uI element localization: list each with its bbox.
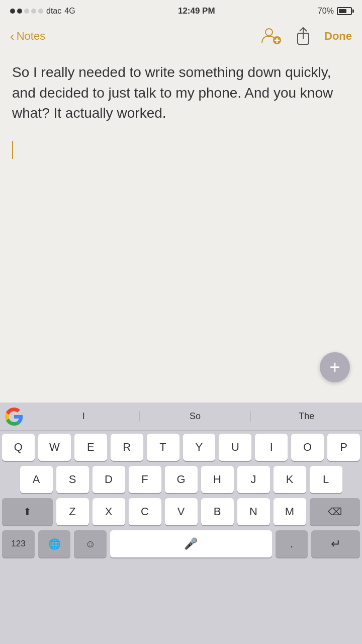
key-b[interactable]: B: [201, 498, 234, 525]
back-button[interactable]: ‹ Notes: [10, 30, 45, 43]
key-k[interactable]: K: [274, 466, 306, 493]
keyboard: I So The Q W E R T Y U I O P A S D F G H…: [0, 403, 362, 644]
key-z[interactable]: Z: [56, 498, 89, 525]
signal-dot-1: [10, 9, 15, 14]
status-bar: dtac 4G 12:49 PM 70%: [0, 0, 362, 20]
nav-actions: Done: [260, 25, 352, 47]
key-v[interactable]: V: [165, 498, 198, 525]
smiley-icon: ☺: [85, 538, 95, 550]
return-key[interactable]: ↵: [311, 530, 360, 557]
battery-icon: [337, 7, 352, 15]
status-left: dtac 4G: [10, 7, 75, 16]
period-key[interactable]: .: [276, 530, 308, 557]
note-text: So I really needed to write something do…: [12, 62, 350, 124]
pred-word-3[interactable]: The: [251, 411, 362, 422]
backspace-icon: ⌫: [328, 506, 342, 518]
key-d[interactable]: D: [93, 466, 125, 493]
key-t[interactable]: T: [147, 434, 179, 461]
share-icon-svg: [296, 26, 311, 46]
key-g[interactable]: G: [165, 466, 198, 493]
share-button[interactable]: [294, 25, 312, 47]
key-row-4: 123 🌐 ☺ 🎤 . ↵: [2, 530, 360, 557]
space-key[interactable]: 🎤: [110, 530, 272, 557]
numbers-key[interactable]: 123: [2, 530, 35, 557]
add-person-button[interactable]: [260, 25, 282, 47]
text-cursor: [12, 141, 13, 159]
signal-dots: [10, 9, 43, 14]
key-m[interactable]: M: [274, 498, 306, 525]
key-j[interactable]: J: [237, 466, 270, 493]
network-type: 4G: [64, 7, 75, 16]
svg-point-0: [265, 29, 273, 36]
status-time: 12:49 PM: [178, 6, 215, 16]
key-h[interactable]: H: [201, 466, 234, 493]
done-button[interactable]: Done: [324, 30, 352, 43]
pred-word-2[interactable]: So: [140, 411, 251, 422]
signal-dot-2: [17, 9, 22, 14]
key-a[interactable]: A: [20, 466, 53, 493]
key-i[interactable]: I: [255, 434, 288, 461]
backspace-key[interactable]: ⌫: [310, 498, 360, 525]
key-q[interactable]: Q: [2, 434, 35, 461]
predictive-words: I So The: [28, 411, 362, 422]
key-f[interactable]: F: [129, 466, 161, 493]
back-label: Notes: [17, 30, 45, 43]
note-content-area[interactable]: So I really needed to write something do…: [0, 52, 362, 304]
nav-bar: ‹ Notes Done: [0, 20, 362, 52]
status-right: 70%: [318, 7, 352, 16]
signal-dot-5: [38, 9, 43, 14]
signal-dot-3: [24, 9, 29, 14]
key-x[interactable]: X: [93, 498, 125, 525]
key-row-3: ⬆ Z X C V B N M ⌫: [2, 498, 360, 525]
key-p[interactable]: P: [327, 434, 360, 461]
key-w[interactable]: W: [38, 434, 71, 461]
key-y[interactable]: Y: [183, 434, 216, 461]
key-o[interactable]: O: [291, 434, 324, 461]
emoji-key[interactable]: ☺: [74, 530, 106, 557]
globe-icon: 🌐: [48, 538, 61, 550]
battery-fill: [339, 9, 346, 13]
key-e[interactable]: E: [74, 434, 107, 461]
google-icon: [5, 408, 23, 426]
key-rows: Q W E R T Y U I O P A S D F G H J K L ⬆: [0, 431, 362, 557]
key-s[interactable]: S: [56, 466, 89, 493]
add-person-icon-svg: [260, 25, 282, 47]
key-row-2: A S D F G H J K L: [2, 466, 360, 493]
pred-word-1[interactable]: I: [28, 411, 140, 422]
battery-percentage: 70%: [318, 7, 334, 16]
carrier-name: dtac: [46, 7, 61, 16]
predictive-bar: I So The: [0, 403, 362, 431]
shift-icon: ⬆: [23, 506, 32, 518]
add-content-button[interactable]: +: [320, 352, 350, 382]
key-row-1: Q W E R T Y U I O P: [2, 434, 360, 461]
key-c[interactable]: C: [129, 498, 161, 525]
shift-key[interactable]: ⬆: [2, 498, 53, 525]
back-chevron-icon: ‹: [10, 30, 15, 43]
globe-key[interactable]: 🌐: [38, 530, 70, 557]
mic-icon: 🎤: [184, 537, 198, 550]
key-n[interactable]: N: [237, 498, 270, 525]
key-l[interactable]: L: [310, 466, 342, 493]
signal-dot-4: [31, 9, 36, 14]
key-u[interactable]: U: [219, 434, 251, 461]
key-r[interactable]: R: [111, 434, 143, 461]
google-logo: [0, 403, 28, 431]
